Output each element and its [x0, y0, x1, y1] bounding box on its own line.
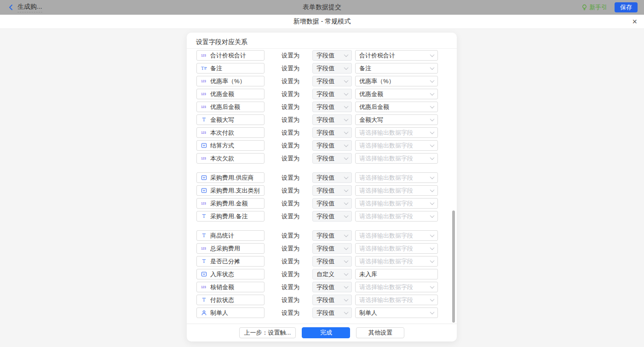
field-mapping-row: 金额大写 设置为 字段值 金额大写 — [196, 114, 457, 125]
mode-select[interactable]: 字段值 — [312, 230, 352, 241]
output-field-select[interactable]: 金额大写 — [355, 114, 438, 125]
source-field[interactable]: 本次欠款 — [196, 153, 264, 164]
chevron-down-icon — [344, 310, 349, 314]
chevron-down-icon — [344, 52, 349, 57]
mode-select[interactable]: 字段值 — [312, 102, 352, 112]
back-button[interactable]: 生成购... — [8, 3, 42, 12]
source-field[interactable]: 商品统计 — [196, 230, 264, 241]
mode-select[interactable]: 字段值 — [312, 172, 352, 183]
mode-select[interactable]: 字段值 — [312, 76, 352, 86]
source-field[interactable]: 采购费用.金额 — [196, 198, 264, 209]
mode-select[interactable]: 字段值 — [312, 282, 352, 292]
output-field-select[interactable]: 请选择输出数据字段 — [355, 127, 438, 138]
output-field-select[interactable]: 请选择输出数据字段 — [355, 243, 438, 254]
mode-select[interactable]: 自定义 — [312, 269, 352, 279]
done-button[interactable]: 完成 — [302, 327, 350, 338]
field-mapping-list: 合计价税合计 设置为 字段值 合计价税合计 备注 设置为 字段值 备注 优惠率（ — [187, 49, 457, 324]
chevron-down-icon — [344, 188, 349, 192]
scrollbar-thumb[interactable] — [452, 210, 455, 323]
mode-select[interactable]: 字段值 — [312, 198, 352, 209]
field-mapping-panel: 设置字段对应关系 合计价税合计 设置为 字段值 合计价税合计 备注 设置为 字段… — [187, 33, 457, 341]
source-field[interactable]: 优惠率（%） — [196, 76, 264, 86]
output-field-value: 请选择输出数据字段 — [359, 245, 413, 253]
source-field-label: 备注 — [210, 64, 222, 73]
source-field[interactable]: 本次付款 — [196, 127, 264, 138]
output-field-select[interactable]: 请选择输出数据字段 — [355, 172, 438, 183]
custom-value-input[interactable]: 未入库 — [355, 269, 438, 279]
mode-select[interactable]: 字段值 — [312, 307, 352, 318]
mode-select[interactable]: 字段值 — [312, 127, 352, 138]
mode-select[interactable]: 字段值 — [312, 50, 352, 61]
output-field-value: 金额大写 — [359, 116, 383, 124]
set-as-label: 设置为 — [282, 142, 300, 150]
field-mapping-row: 是否已分摊 设置为 字段值 请选择输出数据字段 — [196, 256, 457, 267]
chevron-down-icon — [430, 284, 435, 289]
previous-step-button[interactable]: 上一步：设置触... — [239, 327, 296, 338]
save-button[interactable]: 保存 — [615, 2, 638, 12]
chevron-down-icon — [430, 104, 435, 108]
source-field[interactable]: 优惠金额 — [196, 89, 264, 99]
number-icon — [201, 284, 207, 290]
close-icon[interactable]: × — [632, 17, 637, 26]
mode-select-value: 字段值 — [316, 187, 334, 195]
source-field[interactable]: 金额大写 — [196, 114, 264, 125]
set-as-label: 设置为 — [282, 296, 300, 304]
topbar-actions: 新手引 保存 — [581, 0, 638, 15]
field-mapping-row: 本次欠款 设置为 字段值 请选择输出数据字段 — [196, 153, 457, 164]
number-icon — [201, 130, 207, 136]
output-field-select[interactable]: 请选择输出数据字段 — [355, 295, 438, 305]
output-field-select[interactable]: 请选择输出数据字段 — [355, 185, 438, 196]
output-field-select[interactable]: 优惠金额 — [355, 89, 438, 99]
source-field[interactable]: 总采购费用 — [196, 243, 264, 254]
output-field-select[interactable]: 备注 — [355, 63, 438, 74]
beginner-guide-link[interactable]: 新手引 — [581, 3, 607, 11]
mode-select-value: 字段值 — [316, 296, 334, 304]
output-field-value: 请选择输出数据字段 — [359, 283, 413, 291]
chevron-down-icon — [430, 52, 435, 57]
mode-select-value: 自定义 — [316, 270, 334, 279]
mode-select[interactable]: 字段值 — [312, 140, 352, 151]
output-field-select[interactable]: 请选择输出数据字段 — [355, 153, 438, 164]
source-field[interactable]: 合计价税合计 — [196, 50, 264, 61]
source-field[interactable]: 制单人 — [196, 307, 264, 318]
text-icon — [201, 258, 207, 264]
chevron-down-icon — [430, 297, 435, 301]
output-field-select[interactable]: 优惠后金额 — [355, 102, 438, 112]
modal-title: 新增数据 - 常规模式 — [293, 17, 351, 26]
source-field[interactable]: 采购费用.备注 — [196, 211, 264, 222]
output-field-select[interactable]: 请选择输出数据字段 — [355, 256, 438, 267]
mode-select[interactable]: 字段值 — [312, 256, 352, 267]
output-field-select[interactable]: 制单人 — [355, 307, 438, 318]
source-field-label: 采购费用.金额 — [210, 199, 248, 208]
source-field[interactable]: 采购费用.支出类别 — [196, 185, 264, 196]
source-field[interactable]: 优惠后金额 — [196, 102, 264, 112]
source-field[interactable]: 是否已分摊 — [196, 256, 264, 267]
output-field-select[interactable]: 请选择输出数据字段 — [355, 282, 438, 292]
mode-select[interactable]: 字段值 — [312, 89, 352, 99]
mode-select[interactable]: 字段值 — [312, 211, 352, 222]
source-field[interactable]: 结算方式 — [196, 140, 264, 151]
mode-select-value: 字段值 — [316, 64, 334, 73]
mode-select[interactable]: 字段值 — [312, 153, 352, 164]
output-field-select[interactable]: 合计价税合计 — [355, 50, 438, 61]
source-field[interactable]: 付款状态 — [196, 295, 264, 305]
mode-select[interactable]: 字段值 — [312, 114, 352, 125]
mode-select[interactable]: 字段值 — [312, 63, 352, 74]
mode-select[interactable]: 字段值 — [312, 295, 352, 305]
output-field-select[interactable]: 请选择输出数据字段 — [355, 140, 438, 151]
output-field-select[interactable]: 请选择输出数据字段 — [355, 211, 438, 222]
source-field[interactable]: 入库状态 — [196, 269, 264, 279]
field-mapping-row: 优惠率（%） 设置为 字段值 优惠率（%） — [196, 76, 457, 86]
mode-select[interactable]: 字段值 — [312, 185, 352, 196]
mode-select[interactable]: 字段值 — [312, 243, 352, 254]
output-field-select[interactable]: 请选择输出数据字段 — [355, 230, 438, 241]
output-field-select[interactable]: 请选择输出数据字段 — [355, 198, 438, 209]
chevron-down-icon — [344, 91, 349, 96]
field-mapping-row: 优惠后金额 设置为 字段值 优惠后金额 — [196, 102, 457, 112]
set-as-label: 设置为 — [282, 51, 300, 60]
output-field-select[interactable]: 优惠率（%） — [355, 76, 438, 86]
source-field[interactable]: 核销金额 — [196, 282, 264, 292]
source-field[interactable]: 采购费用.供应商 — [196, 172, 264, 183]
source-field[interactable]: 备注 — [196, 63, 264, 74]
other-settings-button[interactable]: 其他设置 — [356, 327, 404, 338]
